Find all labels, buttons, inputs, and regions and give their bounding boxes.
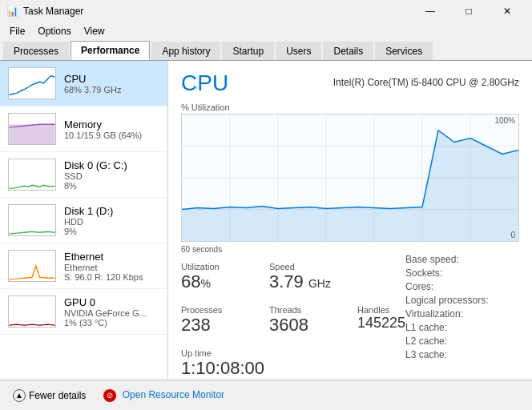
app-icon: 📊 (6, 6, 18, 17)
disk0-sub1: SSD (64, 171, 159, 181)
stat-utilization-value: 68% (181, 271, 269, 292)
open-resource-monitor-link[interactable]: ⊘ Open Resource Monitor (103, 389, 224, 402)
close-button[interactable]: ✕ (489, 0, 526, 22)
chart-x-label: 60 seconds (181, 245, 222, 254)
detail-subtitle: Intel(R) Core(TM) i5-8400 CPU @ 2.80GHz (333, 77, 519, 88)
memory-info: Memory 10.1/15.9 GB (64%) (64, 119, 159, 140)
detail-title: CPU (181, 70, 228, 96)
tab-startup[interactable]: Startup (222, 42, 274, 60)
fewer-details-label: Fewer details (29, 390, 86, 401)
memory-sub: 10.1/15.9 GB (64%) (64, 131, 159, 140)
svg-rect-0 (10, 124, 55, 144)
disk1-name: Disk 1 (D:) (64, 205, 159, 217)
tab-bar: Processes Performance App history Startu… (0, 40, 532, 61)
gpu0-thumbnail (8, 295, 56, 328)
ethernet-name: Ethernet (64, 251, 159, 263)
open-resource-monitor-label: Open Resource Monitor (123, 389, 224, 400)
disk0-name: Disk 0 (G: C:) (64, 159, 159, 171)
title-bar: 📊 Task Manager — □ ✕ (0, 0, 532, 22)
stats-row-1: Utilization 68% Speed 3.79 GHz (181, 262, 405, 300)
chart-x-label-row: 60 seconds (181, 245, 519, 254)
disk1-thumbnail (8, 204, 56, 236)
stat-handles: Handles 145225 (357, 305, 405, 336)
cpu-thumbnail (8, 67, 56, 99)
stat-utilization: Utilization 68% (181, 262, 269, 292)
minimize-button[interactable]: — (412, 0, 449, 22)
stat-l2-cache: L2 cache: 1.5 MB (405, 336, 532, 347)
fewer-details-button[interactable]: ▲ Fewer details (8, 386, 91, 405)
gpu0-sub2: 1% (33 °C) (64, 318, 159, 328)
chart-x-right: 0 (510, 231, 515, 239)
stat-l1-cache: L1 cache: 384 KB (405, 322, 532, 333)
memory-thumbnail (8, 113, 56, 145)
menu-view[interactable]: View (78, 24, 111, 38)
stat-l3-cache: L3 cache: 9.0 MB (405, 349, 532, 360)
gpu0-name: GPU 0 (64, 296, 159, 308)
gpu0-info: GPU 0 NVIDIA GeForce G... 1% (33 °C) (64, 296, 159, 328)
stat-sockets: Sockets: 1 (405, 267, 532, 279)
sidebar-item-cpu[interactable]: CPU 68% 3.79 GHz (0, 61, 167, 107)
sidebar-item-ethernet[interactable]: Ethernet Ethernet S: 96.0 R: 120 Kbps (0, 243, 167, 289)
memory-name: Memory (64, 119, 159, 131)
stats-area: Utilization 68% Speed 3.79 GHz Pro (181, 262, 519, 379)
stat-speed-value: 3.79 GHz (269, 271, 381, 292)
stats-row-2: Processes 238 Threads 3608 Handles 14522… (181, 305, 405, 344)
stat-threads: Threads 3608 (269, 305, 357, 336)
ethernet-info: Ethernet Ethernet S: 96.0 R: 120 Kbps (64, 251, 159, 282)
tab-app-history[interactable]: App history (151, 42, 220, 60)
stat-cores: Cores: 6 (405, 281, 532, 292)
stat-base-speed: Base speed: 2.81 GHz (405, 254, 532, 265)
disk0-thumbnail (8, 159, 56, 191)
main-content: CPU 68% 3.79 GHz Memory 10.1/15.9 GB (64… (0, 61, 532, 380)
resource-monitor-icon: ⊘ (103, 389, 116, 402)
stat-speed: Speed 3.79 GHz (269, 262, 381, 292)
cpu-chart: 100% 0 (181, 114, 519, 242)
disk1-sub2: 9% (64, 227, 159, 236)
right-stats: Base speed: 2.81 GHz Sockets: 1 Cores: 6… (405, 254, 532, 379)
sidebar-item-gpu0[interactable]: GPU 0 NVIDIA GeForce G... 1% (33 °C) (0, 289, 167, 335)
bottom-bar: ▲ Fewer details ⊘ Open Resource Monitor (0, 380, 532, 410)
sidebar-item-disk1[interactable]: Disk 1 (D:) HDD 9% (0, 198, 167, 243)
stat-processes: Processes 238 (181, 305, 269, 336)
detail-panel: CPU Intel(R) Core(TM) i5-8400 CPU @ 2.80… (168, 61, 532, 380)
cpu-name: CPU (64, 73, 159, 85)
fewer-details-icon: ▲ (13, 389, 26, 402)
cpu-sub: 68% 3.79 GHz (64, 85, 159, 94)
chart-y-label: % Utilization (181, 102, 519, 112)
stats-left: Utilization 68% Speed 3.79 GHz Pro (181, 262, 405, 379)
tab-performance[interactable]: Performance (71, 41, 150, 60)
app-title: Task Manager (23, 6, 83, 17)
menu-bar: File Options View (0, 22, 532, 40)
menu-file[interactable]: File (3, 24, 31, 38)
ethernet-sub: Ethernet (64, 263, 159, 272)
disk0-sub2: 8% (64, 181, 159, 191)
sidebar: CPU 68% 3.79 GHz Memory 10.1/15.9 GB (64… (0, 61, 168, 380)
sidebar-item-disk0[interactable]: Disk 0 (G: C:) SSD 8% (0, 152, 167, 198)
stat-uptime-area: Up time 1:10:08:00 (181, 348, 405, 379)
chart-y-max: 100% (494, 116, 515, 125)
disk0-info: Disk 0 (G: C:) SSD 8% (64, 159, 159, 191)
disk1-sub1: HDD (64, 217, 159, 227)
maximize-button[interactable]: □ (450, 0, 487, 22)
disk1-info: Disk 1 (D:) HDD 9% (64, 205, 159, 236)
detail-header: CPU Intel(R) Core(TM) i5-8400 CPU @ 2.80… (181, 70, 519, 96)
ethernet-sub2: S: 96.0 R: 120 Kbps (64, 272, 159, 282)
tab-users[interactable]: Users (276, 42, 321, 60)
ethernet-thumbnail (8, 250, 56, 282)
svg-marker-10 (182, 131, 518, 241)
tab-processes[interactable]: Processes (3, 42, 69, 60)
stat-logical-processors: Logical processors: 6 (405, 295, 532, 306)
cpu-info: CPU 68% 3.79 GHz (64, 73, 159, 94)
tab-services[interactable]: Services (375, 42, 433, 60)
stat-virtualization: Virtualization: Enabled (405, 308, 532, 320)
menu-options[interactable]: Options (31, 24, 77, 38)
tab-details[interactable]: Details (323, 42, 373, 60)
gpu0-sub: NVIDIA GeForce G... (64, 308, 159, 318)
sidebar-item-memory[interactable]: Memory 10.1/15.9 GB (64%) (0, 107, 167, 152)
